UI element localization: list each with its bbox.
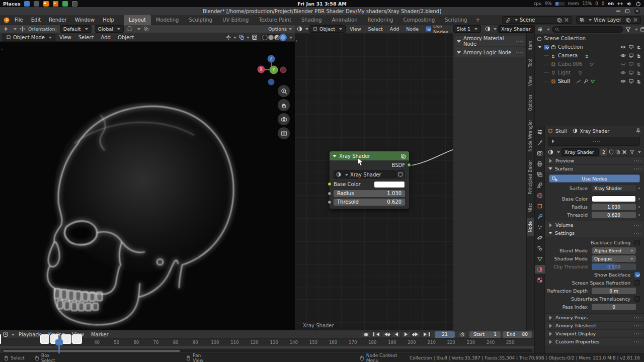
tab-view-layer[interactable]	[535, 170, 545, 178]
hide-eye-icon[interactable]	[620, 53, 626, 58]
viewport-disable-icon[interactable]	[628, 44, 634, 50]
tab-world[interactable]	[535, 191, 545, 200]
close-button[interactable]	[634, 9, 640, 14]
sidebar-tab-misc[interactable]: Misc	[527, 200, 534, 216]
pivot-dropdown[interactable]: Global	[95, 25, 124, 33]
panel-armory-props[interactable]: Armory Props	[545, 313, 644, 321]
view-layer-selector[interactable]: View Layer	[576, 16, 641, 24]
panel-armory-material-node[interactable]: Armory Material Node	[455, 36, 525, 46]
timeline-scrollbar[interactable]	[2, 349, 532, 352]
tab-physics[interactable]	[535, 233, 545, 242]
timeline-editor-icon[interactable]	[3, 331, 9, 337]
tab-object-data[interactable]	[535, 254, 545, 263]
material-slots-list[interactable]	[548, 137, 640, 146]
viewport-menu-add[interactable]: Add	[98, 35, 114, 40]
toolbar-expand-icon[interactable]: ›	[1, 47, 3, 52]
sidebar-tab-options[interactable]: Options	[527, 91, 534, 115]
drag-grip-icon[interactable]	[516, 51, 523, 53]
slot-expand-icon[interactable]	[552, 139, 556, 143]
outliner-row-collection[interactable]: Collection	[535, 43, 644, 51]
tab-scene[interactable]	[535, 180, 545, 189]
viewport-disable-icon[interactable]	[628, 78, 634, 84]
viewport-menu-view[interactable]: View	[56, 35, 74, 40]
keyframe-marker[interactable]	[0, 334, 1, 344]
snap-magnet-icon[interactable]	[127, 26, 132, 32]
tab-rendering[interactable]: Rendering	[362, 15, 398, 25]
node-menu-select[interactable]: Select	[365, 26, 386, 32]
surface-shader-dropdown[interactable]: Xray Shader	[592, 185, 636, 192]
power-icon[interactable]	[635, 1, 641, 7]
viewport-disable-icon[interactable]	[628, 53, 634, 58]
timeline-menu-marker[interactable]: Marker	[88, 332, 112, 337]
restore-button[interactable]	[625, 9, 629, 13]
tab-object[interactable]	[535, 202, 545, 210]
navigation-gizmo[interactable]: Z X Y	[255, 52, 288, 89]
drag-grip-icon[interactable]	[633, 232, 640, 234]
node-menu-node[interactable]: Node	[403, 26, 422, 32]
shading-solid-button[interactable]	[268, 35, 274, 40]
panel-volume[interactable]: Volume	[545, 221, 644, 229]
orientation-dropdown[interactable]: Default	[60, 25, 92, 33]
options-dropdown[interactable]: Options	[268, 26, 292, 32]
use-nodes-button[interactable]: Use Nodes	[549, 174, 640, 183]
shader-type-dropdown[interactable]: Object	[309, 25, 346, 33]
blender-app-icon[interactable]	[43, 1, 49, 7]
blender-app-icon-2[interactable]	[53, 1, 58, 7]
node-menu-view[interactable]: View	[347, 26, 364, 32]
hide-eye-icon[interactable]	[620, 44, 626, 50]
new-collection-icon[interactable]	[640, 27, 644, 32]
outliner-search[interactable]	[552, 26, 623, 33]
drag-grip-icon[interactable]	[633, 325, 640, 327]
minimize-button[interactable]	[616, 11, 620, 12]
mode-dropdown[interactable]: Object Mode	[3, 34, 55, 41]
material-ball-icon[interactable]	[485, 26, 491, 32]
blend-mode-dropdown[interactable]: Alpha Blend	[592, 247, 636, 254]
render-disable-icon[interactable]	[636, 44, 642, 50]
move-tool-icon[interactable]	[20, 26, 25, 32]
pin-icon[interactable]	[635, 128, 641, 134]
keyframe-marker[interactable]	[72, 334, 82, 344]
animate-dot[interactable]	[638, 206, 640, 208]
tab-constraints[interactable]	[535, 244, 545, 252]
outliner-row-skull[interactable]: Skull	[535, 77, 644, 85]
tab-output[interactable]	[535, 159, 545, 168]
outliner-row-camera[interactable]: Camera	[535, 51, 644, 60]
breadcrumb-material[interactable]: Xray Shader	[580, 128, 610, 134]
base-color-swatch[interactable]	[374, 181, 405, 188]
outliner-row-light[interactable]: Light	[535, 68, 644, 77]
gizmo-x-neg-axis[interactable]	[280, 67, 286, 73]
bsdf-output-socket[interactable]	[407, 163, 411, 167]
menu-window[interactable]: Window	[71, 17, 98, 23]
panel-surface[interactable]: Surface	[545, 164, 644, 172]
tab-animation[interactable]: Animation	[327, 15, 363, 25]
sss-checkbox[interactable]	[634, 296, 640, 302]
package-app-icon[interactable]	[72, 1, 77, 7]
tab-modifiers[interactable]	[535, 212, 545, 221]
ssr-checkbox[interactable]	[634, 280, 640, 286]
gizmo-y-axis[interactable]: Y	[272, 68, 275, 72]
panel-viewport-display[interactable]: Viewport Display	[545, 329, 644, 337]
outliner-display-mode-icon[interactable]	[537, 27, 543, 32]
viewport-menu-object[interactable]: Object	[115, 35, 137, 40]
tab-render[interactable]	[535, 149, 545, 157]
sidebar-tab-item[interactable]: Item	[527, 37, 534, 54]
panel-settings[interactable]: Settings	[545, 229, 644, 237]
tab-sculpting[interactable]: Sculpting	[184, 15, 217, 25]
pass-index-field[interactable]: 0	[592, 304, 636, 310]
properties-editor-type-icon[interactable]	[535, 128, 545, 136]
tab-scripting[interactable]: Scripting	[440, 15, 472, 25]
add-workspace-button[interactable]: +	[472, 15, 484, 25]
tab-material[interactable]	[535, 265, 545, 274]
xray-shader-node[interactable]: Xray Shader BSDF Xray Shader Base Color	[329, 151, 410, 209]
node-editor-canvas[interactable]: › Xray Shader BSDF Xray Shader	[295, 33, 534, 330]
ortho-view-button[interactable]	[278, 127, 290, 139]
hide-eye-icon[interactable]	[620, 78, 626, 84]
material-name-field[interactable]: Xray Shader	[498, 25, 534, 33]
gizmo-z-neg-axis[interactable]	[268, 79, 275, 85]
scene-selector[interactable]: Scene	[502, 16, 572, 24]
tab-tool[interactable]	[535, 138, 545, 147]
start-frame-field[interactable]: Start 1	[469, 331, 501, 338]
threshold-socket[interactable]	[328, 200, 332, 204]
new-scene-icon[interactable]	[557, 18, 562, 23]
jump-to-end-button[interactable]	[422, 331, 431, 338]
